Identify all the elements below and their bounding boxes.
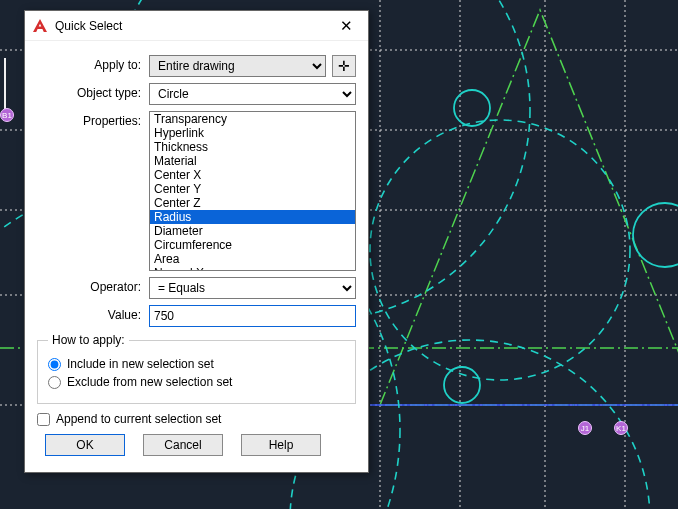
- apply-to-select[interactable]: Entire drawing: [149, 55, 326, 77]
- marker-k1: K1: [614, 421, 628, 435]
- object-type-label: Object type:: [37, 83, 149, 100]
- property-item[interactable]: Thickness: [150, 140, 355, 154]
- how-to-apply-group: How to apply: Include in new selection s…: [37, 333, 356, 404]
- property-item[interactable]: Material: [150, 154, 355, 168]
- property-item[interactable]: Center Y: [150, 182, 355, 196]
- properties-listbox[interactable]: TransparencyHyperlinkThicknessMaterialCe…: [149, 111, 356, 271]
- close-button[interactable]: ✕: [326, 12, 366, 40]
- svg-point-11: [454, 90, 490, 126]
- pick-objects-button[interactable]: ✛: [332, 55, 356, 77]
- close-icon: ✕: [340, 18, 353, 33]
- property-item[interactable]: Area: [150, 252, 355, 266]
- ok-button[interactable]: OK: [45, 434, 125, 456]
- apply-to-label: Apply to:: [37, 55, 149, 72]
- properties-label: Properties:: [37, 111, 149, 128]
- property-item[interactable]: Center X: [150, 168, 355, 182]
- property-item[interactable]: Radius: [150, 210, 355, 224]
- cancel-button[interactable]: Cancel: [143, 434, 223, 456]
- property-item[interactable]: Circumference: [150, 238, 355, 252]
- include-radio[interactable]: [48, 358, 61, 371]
- append-label: Append to current selection set: [56, 412, 221, 426]
- append-checkbox[interactable]: [37, 413, 50, 426]
- marker-b1: B1: [0, 108, 14, 122]
- property-item[interactable]: Transparency: [150, 112, 355, 126]
- quick-select-dialog: Quick Select ✕ Apply to: Entire drawing …: [24, 10, 369, 473]
- titlebar[interactable]: Quick Select ✕: [25, 11, 368, 41]
- marker-j1: J1: [578, 421, 592, 435]
- exclude-radio[interactable]: [48, 376, 61, 389]
- dialog-title: Quick Select: [55, 19, 326, 33]
- exclude-label: Exclude from new selection set: [67, 375, 232, 389]
- include-label: Include in new selection set: [67, 357, 214, 371]
- svg-point-12: [444, 367, 480, 403]
- svg-point-15: [370, 120, 630, 380]
- operator-select[interactable]: = Equals: [149, 277, 356, 299]
- operator-label: Operator:: [37, 277, 149, 294]
- property-item[interactable]: Hyperlink: [150, 126, 355, 140]
- value-input[interactable]: [149, 305, 356, 327]
- value-label: Value:: [37, 305, 149, 322]
- property-item[interactable]: Center Z: [150, 196, 355, 210]
- crosshair-icon: ✛: [338, 58, 350, 74]
- how-to-apply-legend: How to apply:: [48, 333, 129, 347]
- help-button[interactable]: Help: [241, 434, 321, 456]
- object-type-select[interactable]: Circle: [149, 83, 356, 105]
- autocad-icon: [31, 17, 49, 35]
- svg-point-13: [633, 203, 678, 267]
- property-item[interactable]: Diameter: [150, 224, 355, 238]
- property-item[interactable]: Normal X: [150, 266, 355, 271]
